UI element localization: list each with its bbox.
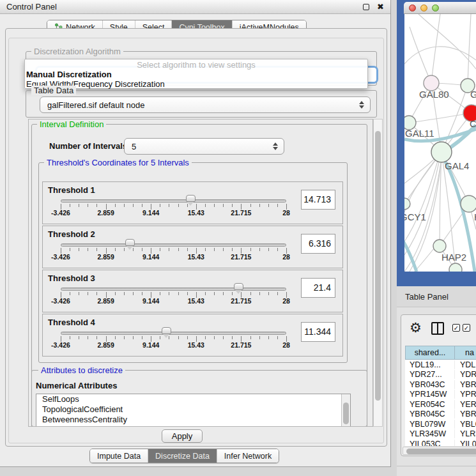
tab-impute-data[interactable]: Impute Data <box>90 449 148 463</box>
threshold-label: Threshold 1 <box>48 185 95 195</box>
tick-mark <box>259 204 260 207</box>
tick-mark <box>178 336 179 339</box>
cell-shared-name: YDL19... <box>405 360 455 369</box>
close-icon[interactable]: ✖ <box>377 4 384 10</box>
algorithm-popup-item[interactable]: Equal Width/Frequency Discretization <box>25 79 367 89</box>
slider-thumb[interactable] <box>234 283 243 290</box>
tick-mark <box>70 336 70 339</box>
tick-mark <box>277 204 278 207</box>
table-row[interactable]: YIL053CYIL0 <box>405 439 476 446</box>
tick-mark <box>187 336 188 339</box>
table-row[interactable]: YBL079WYBL0 <box>405 419 476 429</box>
table-row[interactable]: YER054CYER0 <box>405 399 476 410</box>
numerical-attributes-label: Numerical Attributes <box>36 381 117 390</box>
algorithm-popup-item[interactable]: Manual Discretization <box>25 70 367 79</box>
network-node-bottom-node[interactable] <box>449 263 462 272</box>
table-row[interactable]: YLR345WYLR3 <box>405 429 476 440</box>
tick-mark <box>133 292 134 295</box>
column-layout-icon[interactable] <box>431 322 444 335</box>
number-of-intervals-combo[interactable]: 5 <box>124 138 284 155</box>
network-node-GAL4[interactable] <box>431 142 452 162</box>
tick-label: 9.144 <box>142 209 159 217</box>
checkbox-icon[interactable]: ✓ <box>463 324 470 332</box>
threshold-value-field[interactable]: 11.344 <box>301 322 335 342</box>
tick-mark <box>250 292 251 295</box>
cell-shared-name: YBL079W <box>405 420 455 429</box>
table-row[interactable]: YDL19...YDL1 <box>405 360 476 370</box>
column-header-name[interactable]: na <box>455 346 476 360</box>
minimize-button[interactable] <box>420 4 427 12</box>
tick-mark <box>232 292 233 295</box>
tick-mark <box>142 292 142 295</box>
tick-mark <box>250 336 251 339</box>
table-row[interactable]: YBR045CYBR0 <box>405 410 476 420</box>
checkbox-icon[interactable]: ✓ <box>452 324 460 332</box>
attributes-list-scrollbar[interactable] <box>341 394 350 427</box>
tick-label: 28 <box>282 253 290 261</box>
tick-mark <box>205 292 206 295</box>
window-title: Control Panel <box>6 2 57 12</box>
tab-infer-network[interactable]: Infer Network <box>217 449 279 463</box>
slider-thumb[interactable] <box>162 327 171 334</box>
thresholds-groupbox: Threshold's Coordinates for 5 Intervals … <box>38 162 348 363</box>
attribute-list-item[interactable]: SelfLoops <box>36 394 350 404</box>
scrollbar-thumb[interactable] <box>343 403 349 424</box>
node-label: GAL80 <box>419 89 449 100</box>
zoom-button[interactable] <box>432 4 439 12</box>
tick-label: -3.426 <box>51 341 70 349</box>
cell-name: YIL0 <box>455 440 476 446</box>
tick-label: 28 <box>282 297 290 305</box>
tick-label: 21.715 <box>231 209 251 217</box>
threshold-value-field[interactable]: 6.316 <box>301 234 335 254</box>
gear-icon[interactable]: ⚙ <box>410 320 422 335</box>
table-panel: Table Panel ⚙ ✓ ✓ shared... na YDL19...Y… <box>397 286 476 476</box>
float-window-icon[interactable] <box>363 4 369 10</box>
tab-discretize-data[interactable]: Discretize Data <box>148 449 217 463</box>
table-data-group-label: Table Data <box>31 86 76 95</box>
apply-button[interactable]: Apply <box>162 429 203 443</box>
network-window-titlebar <box>404 2 476 14</box>
tick-mark <box>79 204 79 207</box>
tab-label: Infer Network <box>224 452 272 461</box>
table-row[interactable]: YBR043CYBR0 <box>405 380 476 390</box>
slider-track[interactable] <box>61 288 286 291</box>
slider-thumb[interactable] <box>125 239 135 246</box>
tick-mark <box>133 336 134 339</box>
cell-shared-name: YER054C <box>405 400 455 409</box>
control-panel-titlebar: Control Panel ✖ <box>0 0 390 14</box>
attributes-groupbox: Attributes to discretize Numerical Attri… <box>31 370 367 427</box>
tick-mark <box>214 204 215 207</box>
settings-vertical-scrollbar[interactable] <box>373 119 383 427</box>
tick-mark <box>115 248 116 251</box>
threshold-value-field[interactable]: 14.713 <box>301 190 335 210</box>
network-edge <box>431 14 440 83</box>
slider-track[interactable] <box>61 243 286 247</box>
node-label: GAL4 <box>445 160 469 171</box>
network-node-H-node[interactable] <box>461 196 476 212</box>
table-row[interactable]: YPR145WYPR1 <box>405 390 476 400</box>
attribute-list-item[interactable]: TopologicalCoefficient <box>36 404 350 415</box>
algorithm-placeholder-item[interactable]: Select algorithm to view settings <box>25 59 367 70</box>
scrollbar-thumb[interactable] <box>406 449 476 454</box>
tick-mark <box>277 336 278 339</box>
slider-thumb[interactable] <box>186 195 196 202</box>
network-view-window: GAL80GACGAL11GAL4GCY1HHAP2 <box>397 0 476 286</box>
slider-track[interactable] <box>61 199 286 203</box>
tick-mark <box>96 248 97 251</box>
close-button[interactable] <box>409 4 416 12</box>
slider-track[interactable] <box>61 332 286 335</box>
combo-stepper-icon <box>359 101 364 109</box>
attribute-list-item[interactable]: BetweennessCentrality <box>36 415 350 425</box>
network-canvas[interactable]: GAL80GACGAL11GAL4GCY1HHAP2 <box>404 14 476 272</box>
tick-mark <box>124 292 125 295</box>
network-node-HAP2[interactable] <box>433 240 446 252</box>
table-data-combo[interactable]: galFiltered.sif default node <box>40 96 371 113</box>
column-header-shared-name[interactable]: shared... <box>405 346 455 360</box>
cell-name: YBR0 <box>455 380 476 389</box>
threshold-value-field[interactable]: 21.4 <box>301 278 335 298</box>
tick-mark <box>142 336 142 339</box>
table-horizontal-scrollbar[interactable] <box>403 447 476 455</box>
table-row[interactable]: YDR27...YDR2 <box>405 370 476 380</box>
scrollbar-thumb[interactable] <box>375 131 381 401</box>
cell-shared-name: YDR27... <box>405 370 455 379</box>
